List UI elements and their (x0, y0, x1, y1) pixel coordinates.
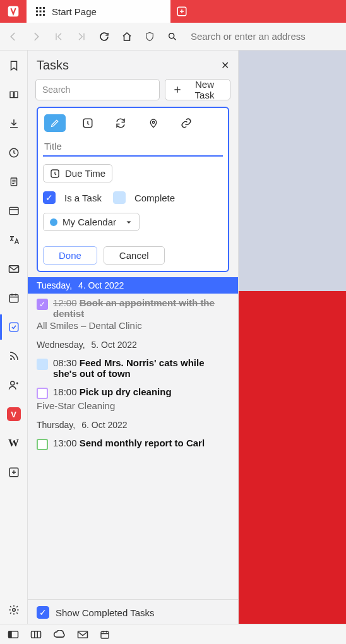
feeds-icon[interactable] (0, 349, 28, 364)
is-task-checkbox[interactable] (43, 191, 56, 204)
bookmarks-icon[interactable] (0, 58, 28, 73)
date-header: Thursday, 6. Oct 2022 (28, 415, 238, 434)
translate-icon[interactable] (0, 232, 28, 247)
downloads-icon[interactable] (0, 116, 28, 131)
svg-rect-6 (43, 11, 45, 13)
svg-rect-28 (78, 631, 88, 638)
add-panel-icon[interactable] (0, 465, 28, 480)
tab-start-page[interactable]: Start Page (27, 0, 170, 23)
task-editor: Due Time Is a Task Complete My Calendar … (37, 107, 229, 272)
complete-checkbox[interactable] (113, 191, 126, 204)
task-title: Pick up dry cleaning (80, 386, 172, 397)
link-icon[interactable] (176, 114, 197, 132)
svg-rect-17 (9, 323, 18, 331)
done-button[interactable]: Done (43, 246, 97, 265)
forward-button[interactable] (29, 31, 43, 42)
wikipedia-icon[interactable]: W (0, 436, 28, 451)
task-item[interactable]: 12:00 Book an appointment with the denti… (28, 294, 238, 335)
task-title: Send monthly report to Carl (80, 438, 205, 448)
svg-point-21 (12, 609, 15, 612)
back-button[interactable] (6, 31, 20, 42)
close-icon[interactable]: ✕ (221, 59, 229, 71)
fast-forward-button[interactable] (75, 32, 88, 42)
svg-rect-29 (101, 631, 109, 638)
complete-label: Complete (134, 193, 175, 203)
address-bar[interactable] (188, 28, 340, 44)
svg-point-18 (10, 358, 12, 360)
task-time: 08:30 (53, 357, 77, 368)
clock-small-icon (50, 169, 60, 179)
calendar-color-dot (50, 218, 57, 226)
date-date: 4. Oct 2022 (78, 280, 124, 290)
show-completed-label: Show Completed Tasks (56, 607, 154, 618)
sync-icon[interactable] (53, 630, 66, 639)
svg-rect-9 (43, 14, 45, 16)
reading-list-icon[interactable] (0, 87, 28, 102)
panel-toggle-right-icon[interactable] (30, 630, 42, 639)
plus-icon (173, 85, 182, 94)
panel-toggle-left-icon[interactable] (8, 630, 19, 639)
date-day: Wednesday, (37, 340, 85, 350)
calendar-icon[interactable] (0, 290, 28, 306)
tasks-search-input[interactable] (35, 79, 160, 100)
window-icon[interactable] (0, 203, 28, 218)
task-time: 18:00 (53, 386, 77, 397)
due-time-button[interactable]: Due Time (43, 164, 112, 182)
svg-rect-8 (40, 14, 42, 16)
show-completed-checkbox[interactable] (37, 606, 49, 619)
vivaldi-logo-icon[interactable]: V (0, 407, 28, 422)
edit-icon[interactable] (44, 114, 66, 132)
mail-icon[interactable] (0, 261, 28, 277)
shield-icon[interactable] (143, 31, 157, 42)
clock-icon[interactable] (77, 114, 98, 132)
calendar-status-icon[interactable] (100, 629, 110, 640)
panel-title: Tasks (37, 58, 69, 73)
date-day: Tuesday, (37, 280, 72, 290)
svg-point-11 (169, 33, 174, 38)
cancel-button[interactable]: Cancel (104, 246, 165, 265)
task-checkbox[interactable] (37, 388, 48, 399)
task-checkbox[interactable] (37, 359, 48, 370)
repeat-icon[interactable] (110, 114, 131, 132)
page-content (239, 51, 346, 624)
reload-button[interactable] (97, 31, 111, 42)
home-button[interactable] (120, 31, 134, 42)
task-item[interactable]: 08:30 Feed Mrs. Norris' cats while she's… (28, 354, 238, 383)
date-header-today: Tuesday, 4. Oct 2022 (28, 277, 238, 294)
task-checkbox[interactable] (37, 299, 48, 310)
rewind-button[interactable] (52, 32, 66, 42)
tab-label: Start Page (52, 6, 97, 17)
task-subtitle: All Smiles – Dental Clinic (37, 320, 229, 331)
location-icon[interactable] (143, 114, 164, 132)
search-icon[interactable] (165, 32, 179, 42)
settings-icon[interactable] (0, 602, 28, 617)
tasks-icon[interactable] (0, 319, 28, 335)
task-time: 12:00 (53, 297, 77, 308)
task-title-input[interactable] (43, 137, 223, 157)
mail-status-icon[interactable] (77, 630, 88, 639)
chevron-down-icon (125, 218, 133, 226)
task-item[interactable]: 13:00 Send monthly report to Carl (28, 434, 238, 454)
task-item[interactable]: 18:00 Pick up dry cleaning Five-Star Cle… (28, 383, 238, 415)
contacts-icon[interactable] (0, 378, 28, 393)
speed-dial-icon (35, 6, 45, 16)
svg-point-19 (10, 381, 14, 385)
is-task-label: Is a Task (64, 193, 102, 203)
svg-rect-7 (36, 14, 38, 16)
new-task-button[interactable]: New Task (165, 79, 230, 100)
calendar-name: My Calendar (63, 217, 116, 227)
svg-rect-15 (9, 266, 18, 273)
svg-rect-3 (43, 7, 45, 9)
task-time: 13:00 (53, 438, 77, 448)
svg-rect-26 (9, 631, 12, 638)
vivaldi-app-icon[interactable] (0, 0, 27, 23)
calendar-select[interactable]: My Calendar (43, 213, 140, 231)
date-date: 6. Oct 2022 (81, 420, 127, 430)
notes-icon[interactable] (0, 174, 28, 189)
svg-rect-16 (9, 295, 18, 302)
due-time-label: Due Time (65, 168, 105, 179)
task-checkbox[interactable] (37, 439, 48, 450)
new-tab-button[interactable] (170, 0, 193, 23)
history-icon[interactable] (0, 145, 28, 160)
date-date: 5. Oct 2022 (92, 340, 137, 350)
